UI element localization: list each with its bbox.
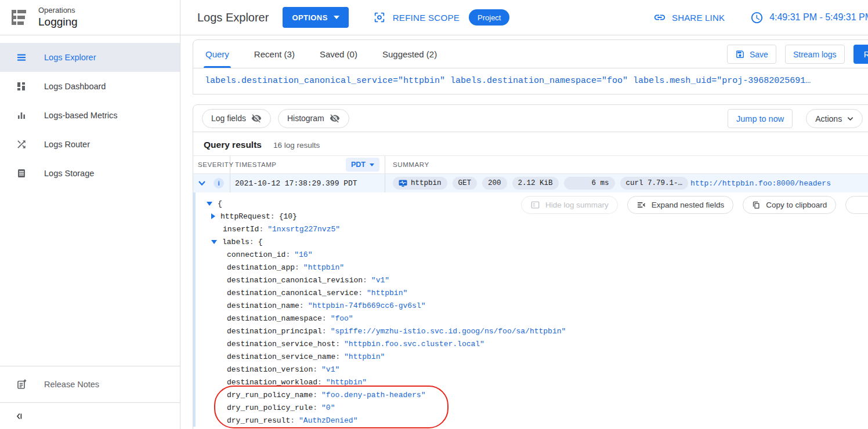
document-icon	[16, 168, 27, 179]
json-row[interactable]: dry_run_policy_rule "0"	[193, 401, 518, 414]
json-row[interactable]: dry_run_result "AuthzDenied"	[193, 414, 518, 427]
json-row[interactable]: destination_version "v1"	[193, 363, 868, 376]
json-row[interactable]: destination_app "httpbin"	[193, 261, 868, 274]
chevron-down-icon	[370, 163, 374, 166]
json-row[interactable]: destination_name "httpbin-74fb669cc6-gv6…	[193, 299, 868, 312]
json-key: destination_principal	[227, 327, 331, 336]
json-value: "foo"	[331, 314, 353, 323]
json-key: connection_id	[227, 250, 294, 259]
sidebar-item-label: Logs Router	[44, 140, 90, 149]
method-chip[interactable]: GET	[453, 177, 478, 190]
json-row[interactable]: destination_namespace "foo"	[193, 312, 868, 325]
timezone-selector[interactable]: PDT	[346, 158, 379, 172]
stream-logs-label: Stream logs	[793, 50, 837, 59]
logging-logo	[8, 7, 29, 28]
share-link-button[interactable]: SHARE LINK	[653, 11, 725, 24]
actions-menu-button[interactable]: Actions	[806, 109, 863, 128]
latency-chip[interactable]: 6 ms	[564, 177, 615, 190]
clock-icon	[750, 11, 764, 24]
log-detail: Hide log summary Expand nested fields	[193, 192, 868, 426]
json-key: destination_service_name	[227, 352, 344, 361]
stream-logs-button[interactable]: Stream logs	[785, 45, 845, 64]
json-row[interactable]: dry_run_policy_name "foo.deny-path-heade…	[193, 388, 518, 401]
scope-badge[interactable]: Project	[469, 9, 509, 26]
annotated-region: dry_run_policy_name "foo.deny-path-heade…	[193, 388, 518, 427]
sidebar: Operations Logging Logs Explorer Logs Da…	[0, 0, 180, 429]
json-value: "AuthzDenied"	[299, 416, 357, 425]
json-key: destination_canonical_service	[227, 289, 367, 297]
log-entry-row[interactable]: i 2021-10-12 17:38:29.399 PDT httpbin GE…	[193, 174, 868, 192]
query-tabs: Query Recent (3) Saved (0) Suggested (2)…	[193, 40, 868, 68]
severity-info-icon[interactable]: i	[214, 178, 224, 188]
collapse-node-icon[interactable]	[211, 240, 217, 244]
hide-log-summary-button[interactable]: Hide log summary	[521, 196, 618, 214]
chip-label: httpbin	[411, 179, 442, 187]
service-chip[interactable]: httpbin	[393, 177, 447, 190]
user-agent-chip[interactable]: curl 7.79.1-…	[620, 177, 689, 190]
json-value: "httpbin.foo.svc.cluster.local"	[344, 340, 484, 348]
collapse-node-icon[interactable]	[207, 202, 212, 206]
save-button[interactable]: Save	[727, 45, 776, 64]
sidebar-item-logs-storage[interactable]: Logs Storage	[0, 159, 180, 188]
histogram-toggle[interactable]: Histogram	[278, 109, 349, 128]
json-value: "httpbin"	[367, 289, 407, 297]
expand-node-icon[interactable]	[211, 213, 215, 219]
log-fields-toggle[interactable]: Log fields	[202, 109, 271, 128]
options-button[interactable]: OPTIONS	[283, 7, 348, 28]
json-key: destination_workload	[227, 378, 326, 387]
summary-chips: httpbin GET 200 2.12 KiB 6 ms curl 7.79.…	[393, 177, 688, 190]
log-timestamp: 2021-10-12 17:38:29.399 PDT	[235, 179, 357, 188]
button-label: Hide log summary	[545, 201, 609, 209]
json-value: "spiffe://ymzhu-istio.svc.id.goog/ns/foo…	[331, 327, 566, 336]
tab-label: Suggested (2)	[382, 49, 437, 59]
collapse-sidebar-icon[interactable]	[14, 411, 24, 421]
tab-suggested[interactable]: Suggested (2)	[382, 40, 437, 68]
sidebar-item-logs-based-metrics[interactable]: Logs-based Metrics	[0, 101, 180, 130]
more-actions-pill[interactable]	[845, 196, 868, 214]
refine-scope-button[interactable]: REFINE SCOPE	[373, 11, 460, 24]
tab-recent[interactable]: Recent (3)	[254, 40, 295, 68]
json-row[interactable]: destination_canonical_revision "v1"	[193, 274, 868, 286]
button-label: Expand nested fields	[652, 201, 724, 209]
scope-icon	[373, 11, 386, 24]
save-icon	[735, 49, 745, 59]
histogram-label: Histogram	[287, 114, 324, 123]
sidebar-item-logs-dashboard[interactable]: Logs Dashboard	[0, 72, 180, 101]
json-key: destination_canonical_revision	[227, 276, 371, 285]
json-row[interactable]: destination_principal "spiffe://ymzhu-is…	[193, 325, 868, 337]
chevron-down-icon	[847, 117, 853, 121]
json-row[interactable]: destination_service_name "httpbin"	[193, 350, 868, 363]
json-row[interactable]: labels {	[193, 235, 868, 248]
status-chip[interactable]: 200	[482, 177, 507, 190]
sidebar-nav: Logs Explorer Logs Dashboard Logs-based …	[0, 35, 180, 188]
json-value: "foo.deny-path-headers"	[321, 391, 425, 399]
json-row[interactable]: destination_service_host "httpbin.foo.sv…	[193, 337, 868, 350]
collapse-entry-icon[interactable]	[198, 180, 206, 186]
json-value: "16"	[294, 250, 312, 259]
tab-label: Query	[205, 49, 229, 59]
json-row[interactable]: connection_id "16"	[193, 248, 868, 261]
results-panel: Log fields Histogram Jump to now Actions	[193, 104, 868, 429]
jump-to-now-button[interactable]: Jump to now	[728, 109, 793, 128]
results-count: 16 log results	[273, 141, 320, 150]
bar-chart-icon	[16, 110, 27, 121]
tab-saved[interactable]: Saved (0)	[320, 40, 357, 68]
sidebar-item-logs-explorer[interactable]: Logs Explorer	[0, 43, 180, 72]
expand-nested-icon	[636, 201, 646, 209]
sidebar-item-logs-router[interactable]: Logs Router	[0, 130, 180, 159]
copy-to-clipboard-button[interactable]: Copy to clipboard	[743, 196, 836, 214]
time-range-picker[interactable]: 4:49:31 PM - 5:49:31 PM	[750, 11, 868, 24]
query-editor[interactable]: labels.destination_canonical_service="ht…	[193, 68, 868, 94]
json-row[interactable]: destination_workload "httpbin"	[193, 376, 868, 388]
json-row[interactable]: destination_canonical_service "httpbin"	[193, 286, 868, 299]
sidebar-item-label: Logs-based Metrics	[44, 111, 118, 120]
size-chip[interactable]: 2.12 KiB	[512, 177, 559, 190]
expand-nested-fields-button[interactable]: Expand nested fields	[627, 196, 733, 214]
run-button[interactable]: Run	[853, 45, 868, 64]
link-icon	[653, 11, 666, 24]
sidebar-item-release-notes[interactable]: Release Notes	[0, 366, 180, 402]
chevron-down-icon	[334, 16, 339, 19]
tab-query[interactable]: Query	[205, 40, 229, 68]
json-value: {10}	[279, 212, 297, 221]
json-row[interactable]: insertId "1nxsrtg227nvz5"	[193, 223, 868, 235]
